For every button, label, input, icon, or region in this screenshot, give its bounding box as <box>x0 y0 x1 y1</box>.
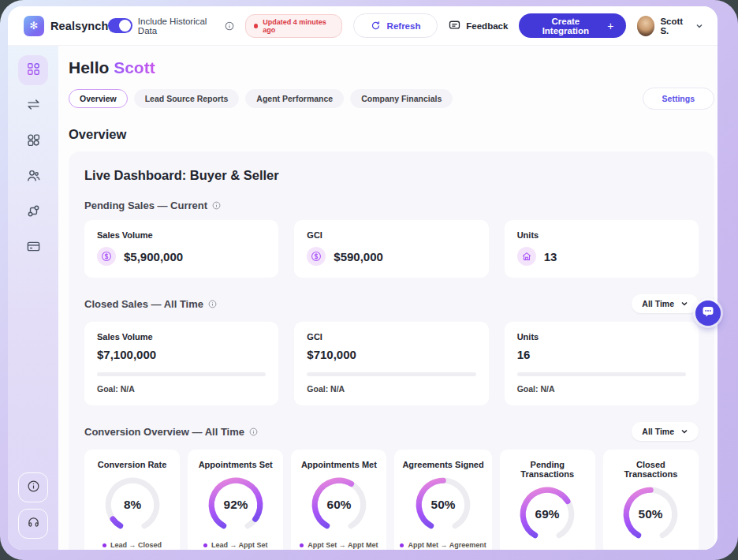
sidebar-item-users[interactable] <box>18 162 48 192</box>
sidebar-item-workflow[interactable] <box>18 197 48 227</box>
chat-widget-button[interactable] <box>695 301 721 326</box>
toggle-knob <box>119 20 131 32</box>
svg-text:60%: 60% <box>327 498 352 511</box>
sidebar-item-dashboard[interactable] <box>18 55 48 85</box>
feedback-label: Feedback <box>466 21 508 31</box>
legend-dot-icon <box>203 543 207 547</box>
tab-company-financials[interactable]: Company Financials <box>350 89 453 108</box>
svg-text:50%: 50% <box>639 507 663 521</box>
sidebar-item-apps[interactable] <box>18 126 48 156</box>
plus-icon: + <box>607 20 613 32</box>
tab-overview[interactable]: Overview <box>69 89 128 108</box>
gauge-chart: 69% <box>505 482 590 550</box>
gauge-legend: Appt Met → Agreement <box>400 541 486 549</box>
stat-label: Sales Volume <box>97 332 266 342</box>
info-icon[interactable] <box>212 201 221 210</box>
gauge-chart: 50% <box>609 482 693 550</box>
stat-label: Units <box>517 230 686 240</box>
svg-text:8%: 8% <box>123 498 141 511</box>
greeting-prefix: Hello <box>69 58 114 77</box>
pending-sales-header: Pending Sales — Current <box>84 200 699 211</box>
dollar-coin-icon <box>97 247 116 266</box>
legend-dot-icon <box>300 543 304 547</box>
goal-label: Goal: N/A <box>517 384 686 394</box>
gauge-chart: 60% <box>296 472 381 540</box>
chevron-down-icon <box>695 22 703 30</box>
top-bar: ✻ Realsynch Include Historical Data Upda… <box>8 6 718 46</box>
info-icon[interactable] <box>225 21 234 31</box>
stat-value: 16 <box>517 348 686 361</box>
gauge-legend: Appt Set → Appt Met <box>296 541 381 549</box>
stat-card-pending-units: Units 13 <box>505 220 699 278</box>
toggle-label: Include Historical Data <box>138 17 219 35</box>
sidebar-item-billing[interactable] <box>18 233 48 263</box>
gauge-title: Pending Transactions <box>505 460 590 479</box>
updated-badge: Updated 4 minutes ago <box>245 14 342 38</box>
dashboard-icon <box>26 62 41 80</box>
support-button[interactable] <box>18 509 48 539</box>
refresh-button[interactable]: Refresh <box>353 13 438 38</box>
closed-sales-time-filter[interactable]: All Time <box>632 294 699 313</box>
goal-label: Goal: N/A <box>97 384 266 394</box>
closed-sales-header: Closed Sales — All Time All Time <box>84 294 699 313</box>
legend-dot-icon <box>400 543 404 547</box>
user-menu[interactable]: Scott S. <box>637 16 703 36</box>
pending-sales-title: Pending Sales — Current <box>84 200 207 211</box>
chat-bubble-icon <box>702 305 714 321</box>
legend-dot-icon <box>102 543 106 547</box>
settings-button[interactable]: Settings <box>643 88 714 110</box>
info-help-button[interactable] <box>18 472 48 502</box>
refresh-icon <box>371 21 381 31</box>
filter-value: All Time <box>642 299 674 308</box>
stat-label: GCI <box>307 230 475 240</box>
svg-text:69%: 69% <box>535 507 560 521</box>
include-historical-data-toggle[interactable] <box>108 18 132 33</box>
stat-card-pending-sales-volume: Sales Volume $5,900,000 <box>84 220 278 278</box>
filter-value: All Time <box>642 427 674 436</box>
stat-card-pending-gci: GCI $590,000 <box>294 220 488 278</box>
historical-data-toggle-group: Include Historical Data <box>108 17 233 35</box>
goal-progress-bar <box>517 372 686 376</box>
svg-text:92%: 92% <box>223 498 248 511</box>
tab-lead-source-reports[interactable]: Lead Source Reports <box>134 89 240 108</box>
sync-arrows-icon <box>26 97 41 115</box>
tab-agent-performance[interactable]: Agent Performance <box>245 89 344 108</box>
credit-card-icon <box>26 239 41 257</box>
user-name: Scott S. <box>660 17 690 35</box>
feedback-icon <box>449 20 460 32</box>
gauge-card-appointments-met: Appointments Met 60% Appt Set → Appt Met <box>291 450 386 550</box>
gauge-legend: Lead → Closed <box>90 541 174 549</box>
gauge-card-appointments-set: Appointments Set 92% Lead → Appt Set <box>188 450 283 550</box>
dollar-coin-icon <box>307 247 326 266</box>
brand-logo-icon: ✻ <box>24 16 44 36</box>
page-title: Hello Scott <box>69 58 714 77</box>
greeting-name: Scott <box>114 58 155 77</box>
conversion-overview-title: Conversion Overview — All Time <box>84 426 244 438</box>
gauge-card-pending-transactions: Pending Transactions 69% Agreement → Pen… <box>500 450 595 550</box>
tab-bar: Overview Lead Source Reports Agent Perfo… <box>69 89 453 108</box>
stat-card-closed-sales-volume: Sales Volume $7,100,000 Goal: N/A <box>84 322 278 405</box>
info-icon[interactable] <box>208 300 217 308</box>
conversion-time-filter[interactable]: All Time <box>632 422 699 441</box>
live-dashboard-panel: Live Dashboard: Buyer & Seller Pending S… <box>69 151 714 550</box>
gauge-title: Closed Transactions <box>609 460 693 479</box>
status-dot-icon <box>254 24 258 28</box>
info-icon[interactable] <box>249 427 258 436</box>
create-integration-button[interactable]: Create Integration + <box>519 13 625 38</box>
sidebar <box>8 46 58 550</box>
sidebar-item-sync[interactable] <box>18 91 48 121</box>
chevron-down-icon <box>680 427 688 435</box>
refresh-label: Refresh <box>387 21 421 31</box>
users-icon <box>26 168 41 186</box>
stat-label: Sales Volume <box>97 230 266 240</box>
feedback-button[interactable]: Feedback <box>449 20 508 32</box>
info-circle-icon <box>27 480 40 496</box>
gauge-legend: Lead → Appt Set <box>193 541 278 549</box>
gauge-card-agreements-signed: Agreements Signed 50% Appt Met → Agreeme… <box>394 450 491 550</box>
brand-name: Realsynch <box>50 20 108 32</box>
brand: ✻ Realsynch <box>24 16 108 36</box>
gauge-card-closed-transactions: Closed Transactions 50% Pending → Closed <box>603 450 699 550</box>
goal-progress-bar <box>307 372 475 376</box>
section-title-overview: Overview <box>69 127 714 142</box>
chevron-down-icon <box>680 300 688 308</box>
